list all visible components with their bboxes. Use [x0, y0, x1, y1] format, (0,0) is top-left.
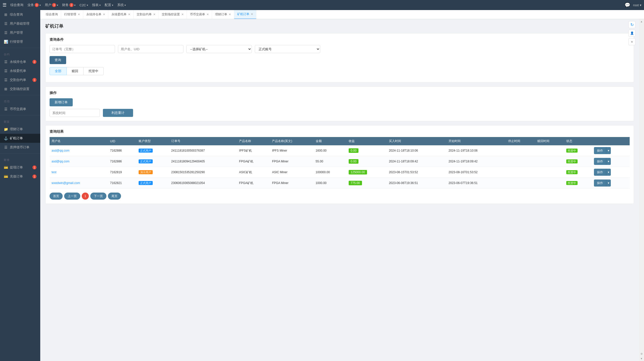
- nav-item-c2c[interactable]: C2C ▾: [79, 3, 88, 7]
- sidebar-item-recharge[interactable]: 💳 充值订单 1: [0, 172, 40, 181]
- search-card: 查询条件 --选择矿机-- 正式账号 查询: [45, 33, 634, 82]
- results-section-title: 查询结果: [50, 129, 630, 134]
- username-link[interactable]: wxedwin@gmail.com: [52, 181, 80, 185]
- account-select[interactable]: 正式账号: [255, 45, 320, 53]
- action-dropdown-button[interactable]: ▾: [606, 158, 611, 165]
- cell-status: 托管中: [564, 145, 592, 156]
- scroll-down-arrow[interactable]: ▼: [639, 356, 644, 361]
- sidebar-label-withdraw: 提现订单: [10, 165, 23, 170]
- sidebar-item-swap-ctrl[interactable]: ⊞ 交割场控设置: [0, 84, 40, 94]
- prev-page-button[interactable]: 上一页: [64, 193, 80, 200]
- tab-coin[interactable]: 币币交易单 ✕: [187, 10, 212, 19]
- action-button[interactable]: 操作: [594, 179, 606, 187]
- tab-close-market[interactable]: ✕: [78, 13, 80, 16]
- username-link[interactable]: asd@qq.com: [52, 160, 69, 163]
- order-no-input[interactable]: [50, 45, 115, 53]
- menu-icon[interactable]: ☰: [3, 2, 7, 8]
- chat-icon[interactable]: 💬: [625, 2, 630, 8]
- filter-tab-hosting[interactable]: 托管中: [84, 67, 104, 75]
- finance-order-icon: 📁: [4, 127, 8, 131]
- tab-overview[interactable]: 综合查询: [43, 10, 61, 19]
- tab-perp-hold[interactable]: 永续持仓单 ✕: [83, 10, 108, 19]
- system-time-input[interactable]: [50, 109, 100, 117]
- miner-select[interactable]: --选择矿机--: [186, 45, 252, 53]
- add-order-button[interactable]: 新增订单: [50, 98, 73, 106]
- tab-swap-ctrl[interactable]: 交割场控设置 ✕: [159, 10, 187, 19]
- refresh-button[interactable]: ↻: [628, 21, 635, 28]
- nav-item-overview[interactable]: 综合查询: [10, 3, 23, 7]
- tab-close-perp-hold[interactable]: ✕: [103, 13, 105, 16]
- sidebar-item-user-mgmt[interactable]: ☰ 用户管理: [0, 28, 40, 37]
- col-username: 用户名: [50, 137, 108, 145]
- cell-product-name-en: FPGA Miner: [270, 156, 313, 167]
- col-status: 状态: [564, 137, 592, 145]
- search-button[interactable]: 查询: [50, 56, 66, 64]
- sidebar-item-swap-contract[interactable]: ☰ 交割合约单 1: [0, 75, 40, 84]
- sidebar-item-pledge-order[interactable]: ☰ 质押借币订单: [0, 143, 40, 152]
- tab-close-finance[interactable]: ✕: [229, 13, 231, 16]
- action-button[interactable]: 操作: [594, 158, 606, 165]
- scroll-up-arrow[interactable]: ▲: [639, 19, 644, 24]
- nav-label-finance: 财务: [62, 3, 69, 7]
- tab-market[interactable]: 行情管理 ✕: [61, 10, 83, 19]
- pagination: 首页 上一页 1 下一页 尾页: [50, 193, 630, 200]
- sidebar-item-finance-order[interactable]: 📁 理财订单: [0, 125, 40, 134]
- action-button[interactable]: 操作: [594, 147, 606, 154]
- nav-badge-business: 3: [35, 3, 39, 7]
- nav-arrow-business: ▾: [39, 4, 41, 7]
- add-button[interactable]: +: [628, 38, 635, 45]
- username-link[interactable]: test: [52, 170, 56, 174]
- action-dropdown-button[interactable]: ▾: [606, 169, 611, 176]
- miner-order-icon: ⚓: [4, 136, 8, 140]
- col-order-id: 订单号: [169, 137, 237, 145]
- current-page-number[interactable]: 1: [82, 193, 89, 200]
- user-menu[interactable]: root ▾: [633, 3, 641, 7]
- sidebar-item-perp-hold[interactable]: ☰ 永续持仓单 2: [0, 57, 40, 66]
- settings-icon[interactable]: ⚙: [639, 351, 644, 356]
- sidebar-item-market[interactable]: 📊 行情管理: [0, 37, 40, 46]
- nav-item-system[interactable]: 系统 ▾: [117, 3, 126, 7]
- cell-buy-time: 2024-11-18T18:09:42: [387, 156, 447, 167]
- income-value: 125000.00: [349, 170, 367, 174]
- next-page-button[interactable]: 下一页: [90, 193, 106, 200]
- tab-close-miner[interactable]: ✕: [251, 13, 253, 16]
- interest-recalc-button[interactable]: 利息重计: [103, 109, 133, 117]
- tab-perp-entrust[interactable]: 永续委托单 ✕: [108, 10, 134, 19]
- sidebar-item-miner-order[interactable]: ⚓ 矿机订单: [0, 134, 40, 143]
- first-page-button[interactable]: 首页: [50, 193, 63, 200]
- user-mgmt-icon: ☰: [4, 31, 8, 35]
- cell-amount: 1000.00: [314, 178, 347, 189]
- tab-label-miner: 矿机订单: [237, 12, 249, 16]
- cell-username: asd@qq.com: [50, 145, 108, 156]
- last-page-button[interactable]: 尾页: [108, 193, 121, 200]
- sidebar-item-withdraw[interactable]: 💳 提现订单 1: [0, 163, 40, 172]
- action-dropdown-button[interactable]: ▾: [606, 179, 611, 187]
- sidebar-label-user-basic: 用户基础管理: [10, 21, 29, 26]
- filter-tab-redeemed[interactable]: 赎回: [67, 67, 84, 75]
- tab-swap[interactable]: 交割合约单 ✕: [134, 10, 159, 19]
- sidebar-item-perp-entrust[interactable]: ☰ 永续委托单: [0, 66, 40, 75]
- action-dropdown-button[interactable]: ▾: [606, 147, 611, 154]
- nav-item-report[interactable]: 报表 ▾: [92, 3, 101, 7]
- filter-tab-all[interactable]: 全部: [50, 67, 67, 75]
- sidebar-item-user-basic[interactable]: ☰ 用户基础管理: [0, 19, 40, 28]
- sidebar-item-coin-trade[interactable]: ☰ 币币交易单: [0, 105, 40, 114]
- nav-item-business[interactable]: 业务 3 ▾: [27, 3, 41, 7]
- tab-miner[interactable]: 矿机订单 ✕: [234, 10, 256, 19]
- sidebar-label-miner-order: 矿机订单: [10, 136, 23, 141]
- user-input[interactable]: [118, 45, 183, 53]
- action-button[interactable]: 操作: [594, 169, 606, 176]
- cell-action: 操作 ▾: [592, 167, 630, 178]
- tab-close-perp-entrust[interactable]: ✕: [128, 13, 130, 16]
- tab-finance[interactable]: 理财订单 ✕: [212, 10, 234, 19]
- nav-item-finance[interactable]: 财务 2 ▾: [62, 3, 75, 7]
- user-avatar-button[interactable]: 👤: [628, 30, 635, 37]
- tab-close-coin[interactable]: ✕: [207, 13, 209, 16]
- tab-close-swap[interactable]: ✕: [153, 13, 155, 16]
- nav-item-config[interactable]: 配置 ▾: [105, 3, 113, 7]
- tab-close-swap-ctrl[interactable]: ✕: [181, 13, 184, 16]
- swap-contract-icon: ☰: [4, 78, 8, 82]
- username-link[interactable]: asd@qq.com: [52, 149, 69, 152]
- nav-item-user[interactable]: 用户 3 ▾: [45, 3, 58, 7]
- sidebar-item-overview[interactable]: ⊞ 综合查询: [0, 10, 40, 19]
